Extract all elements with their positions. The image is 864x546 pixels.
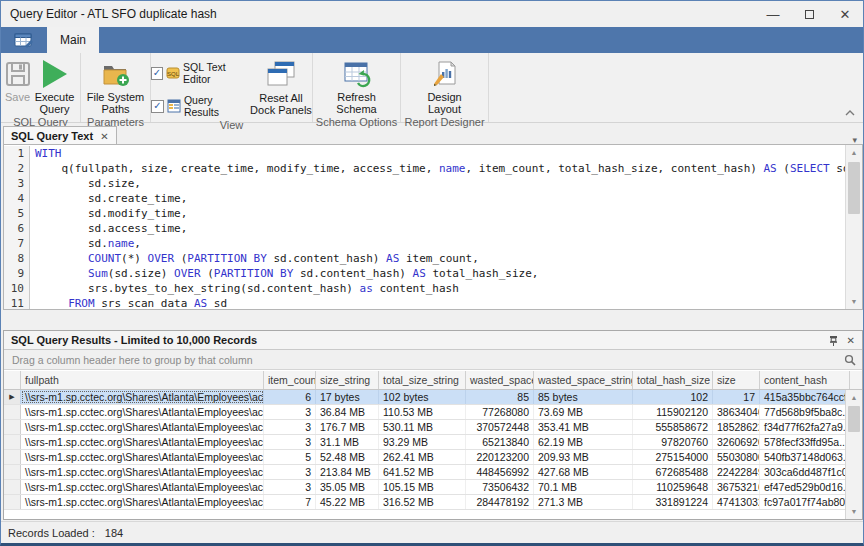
row-indicator[interactable] — [4, 465, 21, 479]
column-header-size_string[interactable]: size_string — [316, 371, 379, 389]
row-indicator[interactable] — [4, 495, 21, 509]
grid-cell-fullpath[interactable]: \\srs-m1.sp.cctec.org\Shares\Atlanta\Emp… — [21, 465, 264, 479]
column-header-wasted_space_string[interactable]: wasted_space_string — [534, 371, 633, 389]
grid-cell-total_hash_size[interactable]: 115902120 — [633, 405, 713, 419]
grid-cell-size[interactable]: 55030800 — [713, 450, 760, 464]
table-row[interactable]: \\srs-m1.sp.cctec.org\Shares\Atlanta\Emp… — [4, 450, 862, 465]
scroll-down-icon[interactable]: ▼ — [846, 504, 862, 519]
grid-cell-size[interactable]: 185286224 — [713, 420, 760, 434]
grid-cell-wasted_space[interactable]: 448456992 — [466, 465, 534, 479]
grid-cell-total_hash_size[interactable]: 672685488 — [633, 465, 713, 479]
grid-cell-fullpath[interactable]: \\srs-m1.sp.cctec.org\Shares\Atlanta\Emp… — [21, 495, 264, 509]
groupby-panel[interactable]: Drag a column header here to group by th… — [4, 350, 862, 370]
grid-cell-wasted_space_string[interactable]: 209.93 MB — [534, 450, 633, 464]
grid-cell-content_hash[interactable]: 578fecf33ffd95a... — [760, 435, 850, 449]
grid-cell-wasted_space_string[interactable]: 85 bytes — [534, 390, 633, 404]
grid-cell-size_string[interactable]: 213.84 MB — [316, 465, 379, 479]
grid-cell-item_count[interactable]: 5 — [264, 450, 316, 464]
table-row[interactable]: \\srs-m1.sp.cctec.org\Shares\Atlanta\Emp… — [4, 465, 862, 480]
checkbox-query-results[interactable]: ✓ Query Results — [151, 94, 250, 118]
grid-cell-wasted_space[interactable]: 65213840 — [466, 435, 534, 449]
column-header-indicator[interactable] — [4, 371, 21, 389]
row-indicator[interactable] — [4, 435, 21, 449]
table-row[interactable]: \\srs-m1.sp.cctec.org\Shares\Atlanta\Emp… — [4, 495, 862, 510]
maximize-button[interactable] — [791, 1, 827, 27]
grid-cell-size_string[interactable]: 36.84 MB — [316, 405, 379, 419]
grid-cell-total_hash_size[interactable]: 275154000 — [633, 450, 713, 464]
grid-cell-size[interactable]: 17 — [713, 390, 760, 404]
app-menu-button[interactable] — [1, 27, 47, 53]
column-header-wasted_space[interactable]: wasted_space — [466, 371, 534, 389]
grid-cell-size[interactable]: 38634040 — [713, 405, 760, 419]
grid-cell-fullpath[interactable]: \\srs-m1.sp.cctec.org\Shares\Atlanta\Emp… — [21, 450, 264, 464]
grid-cell-total_size_string[interactable]: 105.15 MB — [379, 480, 466, 494]
grid-cell-wasted_space[interactable]: 73506432 — [466, 480, 534, 494]
column-header-total_size_string[interactable]: total_size_string — [379, 371, 466, 389]
grid-cell-wasted_space[interactable]: 85 — [466, 390, 534, 404]
grid-cell-size_string[interactable]: 31.1 MB — [316, 435, 379, 449]
grid-cell-fullpath[interactable]: \\srs-m1.sp.cctec.org\Shares\Atlanta\Emp… — [21, 405, 264, 419]
grid-cell-size_string[interactable]: 17 bytes — [316, 390, 379, 404]
grid-cell-total_hash_size[interactable]: 110259648 — [633, 480, 713, 494]
grid-cell-total_size_string[interactable]: 110.53 MB — [379, 405, 466, 419]
file-system-paths-button[interactable]: File System Paths — [85, 55, 147, 115]
grid-cell-total_size_string[interactable]: 316.52 MB — [379, 495, 466, 509]
grid-cell-total_size_string[interactable]: 102 bytes — [379, 390, 466, 404]
tab-close-icon[interactable]: ✕ — [100, 131, 108, 142]
grid-cell-content_hash[interactable]: 415a35bbc764ccf... — [760, 390, 850, 404]
ribbon-collapse-icon[interactable] — [845, 110, 855, 116]
row-indicator[interactable] — [4, 405, 21, 419]
tab-sql-query-text[interactable]: SQL Query Text ✕ — [3, 126, 117, 145]
grid-cell-total_hash_size[interactable]: 97820760 — [633, 435, 713, 449]
grid-cell-content_hash[interactable]: 303ca6dd487f1c0... — [760, 465, 850, 479]
grid-cell-size_string[interactable]: 45.22 MB — [316, 495, 379, 509]
row-indicator[interactable] — [4, 450, 21, 464]
grid-cell-wasted_space[interactable]: 77268080 — [466, 405, 534, 419]
grid-cell-total_hash_size[interactable]: 555858672 — [633, 420, 713, 434]
grid-scrollbar[interactable]: ▲ ▼ — [845, 390, 862, 519]
grid-cell-size[interactable]: 32606920 — [713, 435, 760, 449]
grid-cell-fullpath[interactable]: \\srs-m1.sp.cctec.org\Shares\Atlanta\Emp… — [21, 435, 264, 449]
table-row[interactable]: \\srs-m1.sp.cctec.org\Shares\Atlanta\Emp… — [4, 405, 862, 420]
execute-query-button[interactable]: Execute Query — [32, 55, 78, 115]
save-button[interactable]: Save — [4, 55, 32, 103]
row-indicator[interactable] — [4, 420, 21, 434]
grid-cell-item_count[interactable]: 3 — [264, 480, 316, 494]
table-row[interactable]: \\srs-m1.sp.cctec.org\Shares\Atlanta\Emp… — [4, 435, 862, 450]
grid-cell-wasted_space[interactable]: 220123200 — [466, 450, 534, 464]
grid-cell-content_hash[interactable]: 77d568b9f5ba8c... — [760, 405, 850, 419]
grid-cell-wasted_space_string[interactable]: 271.3 MB — [534, 495, 633, 509]
grid-cell-content_hash[interactable]: 540fb37148d063... — [760, 450, 850, 464]
grid-cell-wasted_space_string[interactable]: 427.68 MB — [534, 465, 633, 479]
grid-scroll-thumb[interactable] — [848, 406, 860, 432]
sql-text-editor[interactable]: 1WITH2 q(fullpath, size, create_time, mo… — [3, 144, 863, 310]
scroll-up-icon[interactable]: ▲ — [846, 390, 862, 405]
table-row[interactable]: ▶\\srs-m1.sp.cctec.org\Shares\Atlanta\Em… — [4, 390, 862, 405]
grid-cell-item_count[interactable]: 7 — [264, 495, 316, 509]
scroll-down-icon[interactable]: ▼ — [846, 294, 862, 309]
grid-cell-content_hash[interactable]: fc97a017f74ab80... — [760, 495, 850, 509]
column-header-item_count[interactable]: item_count — [264, 371, 316, 389]
column-header-content_hash[interactable]: content_hash — [760, 371, 850, 389]
grid-cell-total_size_string[interactable]: 530.11 MB — [379, 420, 466, 434]
grid-cell-item_count[interactable]: 3 — [264, 465, 316, 479]
grid-cell-item_count[interactable]: 3 — [264, 405, 316, 419]
results-caption-bar[interactable]: SQL Query Results - Limited to 10,000 Re… — [4, 331, 862, 350]
grid-cell-fullpath[interactable]: \\srs-m1.sp.cctec.org\Shares\Atlanta\Emp… — [21, 480, 264, 494]
close-button[interactable]: ✕ — [827, 1, 863, 27]
grid-cell-size_string[interactable]: 35.05 MB — [316, 480, 379, 494]
grid-cell-content_hash[interactable]: ef47ed529b0d16... — [760, 480, 850, 494]
grid-cell-content_hash[interactable]: f34d77f62fa27a9... — [760, 420, 850, 434]
editor-scroll-thumb[interactable] — [848, 162, 860, 214]
row-indicator[interactable]: ▶ — [4, 390, 21, 404]
grid-cell-total_size_string[interactable]: 641.52 MB — [379, 465, 466, 479]
refresh-schema-button[interactable]: Refresh Schema — [332, 55, 382, 115]
panel-close-icon[interactable]: ✕ — [847, 335, 855, 346]
grid-cell-wasted_space_string[interactable]: 73.69 MB — [534, 405, 633, 419]
scroll-up-icon[interactable]: ▲ — [846, 145, 862, 160]
grid-cell-item_count[interactable]: 6 — [264, 390, 316, 404]
pin-icon[interactable] — [829, 335, 838, 346]
column-header-total_hash_size[interactable]: total_hash_size — [633, 371, 713, 389]
grid-cell-size[interactable]: 36753216 — [713, 480, 760, 494]
grid-cell-total_hash_size[interactable]: 102 — [633, 390, 713, 404]
